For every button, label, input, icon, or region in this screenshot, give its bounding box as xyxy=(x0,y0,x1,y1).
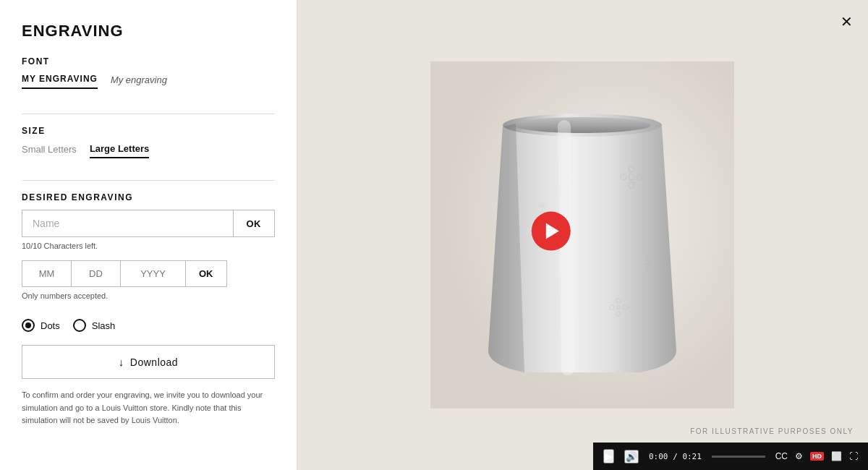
download-label: Download xyxy=(130,356,178,368)
size-section: SIZE Small Letters Large Letters xyxy=(22,126,275,158)
time-display: 0:00 / 0:21 xyxy=(649,452,702,461)
fullscreen-icon[interactable]: ⛶ xyxy=(849,451,858,461)
engraving-label: DESIRED ENGRAVING xyxy=(22,192,275,202)
play-button[interactable] xyxy=(532,212,571,251)
time-current: 0:00 xyxy=(649,452,668,461)
slash-label: Slash xyxy=(92,320,116,331)
time-total: 0:21 xyxy=(682,452,702,461)
progress-bar[interactable] xyxy=(712,456,765,458)
font-section: FONT MY ENGRAVING My engraving xyxy=(22,56,275,89)
settings-icon[interactable]: ⚙ xyxy=(795,451,803,461)
cc-button[interactable]: CC xyxy=(775,451,788,461)
name-input[interactable] xyxy=(22,210,234,237)
size-option-large[interactable]: Large Letters xyxy=(90,143,149,158)
divider-2 xyxy=(22,180,275,181)
day-input[interactable] xyxy=(71,260,120,287)
font-tabs: MY ENGRAVING My engraving xyxy=(22,74,275,89)
font-label: FONT xyxy=(22,56,275,67)
slash-radio[interactable] xyxy=(73,319,86,332)
illustrative-text: FOR ILLUSTRATIVE PURPOSES ONLY xyxy=(690,427,854,435)
hd-badge: HD xyxy=(810,452,824,461)
main-container: ENGRAVING FONT MY ENGRAVING My engraving… xyxy=(0,0,868,470)
theater-icon[interactable]: ⬜ xyxy=(831,451,842,461)
time-separator: / xyxy=(673,452,682,461)
separator-row: Dots Slash xyxy=(22,319,275,332)
bottom-right-controls: CC ⚙ HD ⬜ ⛶ xyxy=(775,451,858,461)
close-button[interactable]: ✕ xyxy=(835,10,858,33)
video-controls-bar: ▶ 🔊 0:00 / 0:21 CC ⚙ HD ⬜ ⛶ xyxy=(593,443,868,470)
date-row: OK xyxy=(22,260,275,287)
play-icon xyxy=(545,223,558,239)
divider-1 xyxy=(22,114,275,114)
name-ok-button[interactable]: OK xyxy=(234,210,276,237)
download-button[interactable]: ↓ Download xyxy=(22,345,275,379)
slash-option[interactable]: Slash xyxy=(73,319,116,332)
engraving-section: DESIRED ENGRAVING OK 10/10 Characters le… xyxy=(22,192,275,310)
video-play-button[interactable]: ▶ xyxy=(603,449,614,463)
font-tab-italic[interactable]: My engraving xyxy=(111,74,167,89)
dots-label: Dots xyxy=(41,320,60,331)
size-option-small[interactable]: Small Letters xyxy=(22,144,77,158)
dots-option[interactable]: Dots xyxy=(22,319,60,332)
volume-button[interactable]: 🔊 xyxy=(624,450,639,463)
month-input[interactable] xyxy=(22,260,71,287)
info-text: To confirm and order your engraving, we … xyxy=(22,389,275,427)
year-input[interactable] xyxy=(120,260,185,287)
panel-title: ENGRAVING xyxy=(22,22,275,40)
size-options: Small Letters Large Letters xyxy=(22,143,275,158)
svg-point-2 xyxy=(514,117,651,133)
name-input-row: OK xyxy=(22,210,275,237)
size-label: SIZE xyxy=(22,126,275,136)
font-tab-my-engraving[interactable]: MY ENGRAVING xyxy=(22,74,98,89)
date-ok-button[interactable]: OK xyxy=(185,260,227,287)
cup-image xyxy=(430,61,734,409)
right-panel: ✕ xyxy=(297,0,868,470)
left-panel: ENGRAVING FONT MY ENGRAVING My engraving… xyxy=(0,0,297,470)
download-icon: ↓ xyxy=(119,356,124,368)
cup-container xyxy=(430,61,734,409)
close-icon: ✕ xyxy=(841,14,853,29)
chars-left: 10/10 Characters left. xyxy=(22,242,275,250)
dots-radio[interactable] xyxy=(22,319,35,332)
only-numbers-text: Only numbers accepted. xyxy=(22,291,275,300)
